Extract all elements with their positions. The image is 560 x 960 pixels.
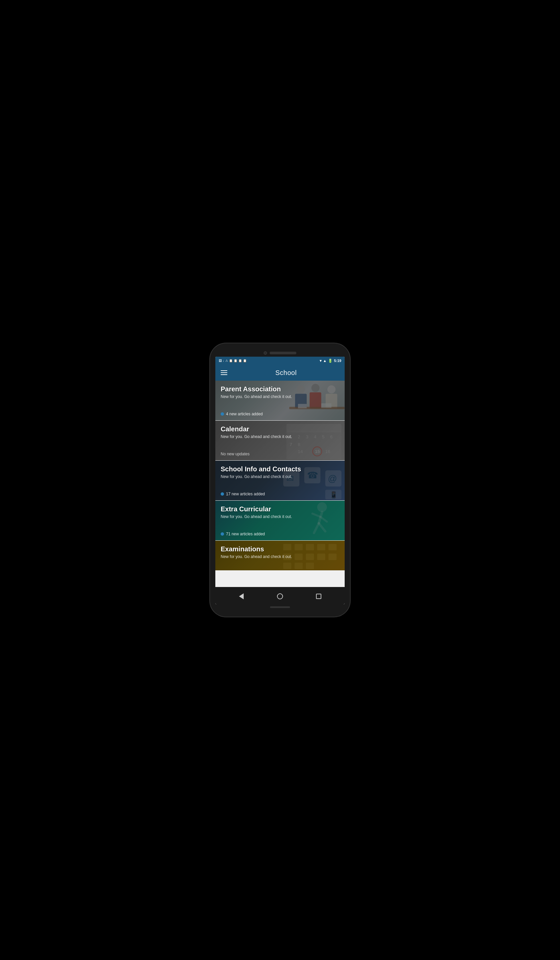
android-nav-bar	[215, 587, 345, 604]
school-info-badge-text: 17 new articles added	[226, 492, 265, 496]
extra-curr-title: Extra Curricular	[221, 505, 339, 513]
calendar-content: Calendar New for you. Go ahead and check…	[215, 421, 345, 460]
calendar-no-update: No new updates	[221, 452, 339, 456]
parent-assoc-title: Parent Association	[221, 386, 339, 393]
battery-icon: 🔋	[328, 359, 333, 363]
clipboard4-icon: 📋	[243, 359, 247, 362]
clipboard2-icon: 📋	[234, 359, 237, 362]
front-camera	[264, 351, 267, 355]
calendar-title: Calendar	[221, 425, 339, 433]
school-info-dot	[221, 492, 224, 496]
examinations-subtitle: New for you. Go ahead and check it out.	[221, 554, 339, 559]
parent-assoc-badge-text: 4 new articles added	[226, 412, 263, 416]
hamburger-line-1	[221, 370, 227, 371]
extra-curr-badge-text: 71 new articles added	[226, 532, 265, 536]
hamburger-menu-button[interactable]	[221, 370, 227, 375]
school-info-card[interactable]: ✉ ☎ @ 📱 School Info and	[215, 461, 345, 501]
time-display: 5:19	[334, 359, 341, 363]
speaker	[270, 352, 296, 354]
examinations-title: Examinations	[221, 546, 339, 553]
bottom-speaker	[270, 606, 290, 608]
status-icons-right: ▾ ▲ 🔋 5:19	[320, 359, 341, 363]
download-icon: ↓	[222, 359, 224, 362]
parent-assoc-badge: 4 new articles added	[221, 412, 339, 416]
home-icon	[277, 594, 283, 599]
parent-assoc-content: Parent Association New for you. Go ahead…	[215, 381, 345, 420]
clipboard1-icon: 📋	[229, 359, 233, 362]
image-icon: 🖼	[219, 359, 222, 362]
parent-association-card[interactable]: Parent Association New for you. Go ahead…	[215, 381, 345, 421]
parent-assoc-subtitle: New for you. Go ahead and check it out.	[221, 394, 339, 399]
hamburger-line-3	[221, 374, 227, 375]
warning-icon: ⚠	[226, 359, 228, 362]
content-area: Parent Association New for you. Go ahead…	[215, 381, 345, 587]
extra-curr-content: Extra Curricular New for you. Go ahead a…	[215, 501, 345, 540]
school-info-content: School Info and Contacts New for you. Go…	[215, 461, 345, 500]
app-title: School	[233, 369, 339, 377]
extra-curr-subtitle: New for you. Go ahead and check it out.	[221, 514, 339, 519]
extra-curricular-card[interactable]: Extra Curricular New for you. Go ahead a…	[215, 501, 345, 541]
app-header: School	[215, 365, 345, 381]
extra-curr-badge: 71 new articles added	[221, 532, 339, 536]
status-bar: 🖼 ↓ ⚠ 📋 📋 📋 📋 ▾ ▲ 🔋 5:19	[215, 357, 345, 365]
wifi-icon: ▾	[320, 359, 322, 363]
parent-assoc-dot	[221, 412, 224, 416]
phone-top	[215, 349, 345, 357]
phone-bottom	[215, 604, 345, 611]
clipboard3-icon: 📋	[238, 359, 242, 362]
examinations-card[interactable]: Examinations New for you. Go ahead and c…	[215, 541, 345, 571]
back-icon	[239, 594, 244, 599]
back-button[interactable]	[235, 590, 247, 602]
phone-frame: 🖼 ↓ ⚠ 📋 📋 📋 📋 ▾ ▲ 🔋 5:19 Schoo	[210, 343, 350, 617]
school-info-subtitle: New for you. Go ahead and check it out.	[221, 474, 339, 479]
calendar-subtitle: New for you. Go ahead and check it out.	[221, 434, 339, 439]
status-icons-left: 🖼 ↓ ⚠ 📋 📋 📋 📋	[219, 359, 247, 362]
examinations-content: Examinations New for you. Go ahead and c…	[215, 541, 345, 570]
home-button[interactable]	[274, 590, 286, 602]
recent-icon	[316, 594, 322, 599]
extra-curr-dot	[221, 532, 224, 536]
phone-screen: 🖼 ↓ ⚠ 📋 📋 📋 📋 ▾ ▲ 🔋 5:19 Schoo	[215, 357, 345, 604]
signal-icon: ▲	[323, 359, 327, 363]
recent-apps-button[interactable]	[313, 590, 325, 602]
school-info-badge: 17 new articles added	[221, 492, 339, 496]
calendar-card[interactable]: 1 2 3 4 5 6 7 8 15 14 16 7	[215, 421, 345, 461]
school-info-title: School Info and Contacts	[221, 466, 339, 473]
hamburger-line-2	[221, 372, 227, 373]
